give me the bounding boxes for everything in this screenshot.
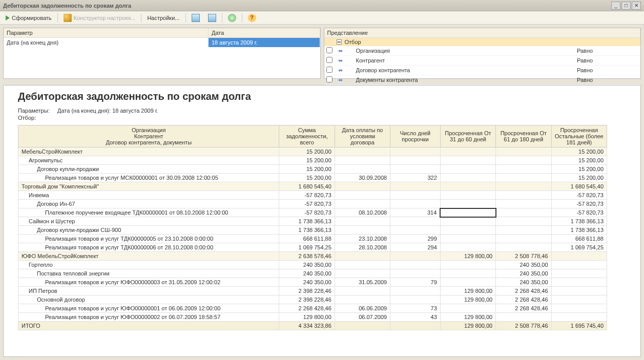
param-date[interactable]: 18 августа 2009 г. [209, 38, 320, 47]
cell-c2 [496, 156, 551, 165]
col-61-180: Просроченная От 61 до 180 дней [496, 125, 551, 147]
col-sum: Сумма задолженности, всего [279, 125, 335, 147]
col-31-60: Просроченная От 31 до 60 дней [440, 125, 495, 147]
table-row[interactable]: Договор купли-продажи СШ-9001 738 366,13… [18, 226, 607, 235]
filter-icon: ⬌ [336, 57, 346, 64]
cell-days [390, 200, 441, 208]
filter-label: Контрагент [346, 57, 577, 63]
col-contract: Договор контрагента, документы [22, 139, 276, 145]
cell-name: Саймон и Шустер [18, 217, 279, 226]
filter-checkbox[interactable] [326, 47, 333, 53]
cell-c3: 668 611,88 [551, 235, 607, 243]
cell-pay: 08.10.2008 [335, 208, 390, 217]
window-title: Дебиторская задолженность по срокам долг… [3, 3, 610, 9]
cell-c2: 240 350,00 [496, 261, 551, 269]
cell-c3 [551, 287, 607, 295]
minimize-button[interactable]: _ [611, 2, 620, 10]
cell-pay [335, 182, 390, 191]
table-row[interactable]: ИП Петров2 398 228,46129 800,002 268 428… [18, 287, 607, 295]
collapse-icon[interactable] [337, 39, 342, 45]
total-label: ИТОГО [18, 322, 279, 330]
filter-checkbox[interactable] [326, 57, 333, 63]
cell-sum: 668 611,88 [279, 235, 335, 243]
filter-row[interactable]: ⬌Договор контрагентаРавно [324, 66, 641, 75]
table-row[interactable]: Поставка тепловой энергии240 350,00240 3… [18, 269, 607, 278]
cell-days: 314 [390, 208, 441, 217]
settings-builder-button[interactable]: Конструктор настроек... [60, 12, 139, 24]
filter-cond: Равно [577, 77, 638, 83]
cell-c2 [496, 243, 551, 252]
table-row[interactable]: Реализация товаров и услуг ЮФО00000003 о… [18, 278, 607, 287]
cell-c1 [440, 304, 495, 313]
table-row[interactable]: Реализация товаров и услуг ТДК00000006 о… [18, 243, 607, 252]
cell-sum: 1 738 366,13 [279, 217, 335, 226]
cell-c3 [551, 269, 607, 278]
filter-row[interactable]: ⬌ОрганизацияРавно [324, 46, 641, 56]
cell-c2 [496, 313, 551, 322]
table-row[interactable]: МебельСтройКомплект15 200,0015 200,00 [18, 147, 607, 156]
maximize-button[interactable]: □ [621, 2, 631, 10]
table-row[interactable]: Платежное поручение входящее ТДК00000001… [18, 208, 607, 217]
filter-top-row[interactable]: Отбор [324, 38, 641, 46]
cell-pay: 06.07.2009 [335, 313, 390, 322]
report-area[interactable]: Дебиторская задолженность по срокам долг… [3, 85, 641, 357]
cell-c1 [440, 174, 495, 182]
table-row[interactable]: Реализация товаров и услуг МСК00000001 о… [18, 174, 607, 182]
cell-days [390, 165, 441, 174]
cell-c3: -57 820,73 [551, 200, 607, 208]
cell-c1 [440, 147, 495, 156]
help-button[interactable]: ? [244, 12, 260, 24]
cell-c3 [551, 252, 607, 261]
cell-pay [335, 295, 390, 304]
cell-c3 [551, 295, 607, 304]
table-row[interactable]: Договор Ин-67-57 820,73-57 820,73 [18, 200, 607, 208]
filter-row[interactable]: ⬌Документы контрагентаРавно [324, 75, 641, 85]
table-row[interactable]: Реализация товаров и услуг ЮФО00000001 о… [18, 304, 607, 313]
cell-sum: 2 268 428,46 [279, 304, 335, 313]
toolbar-icon-1[interactable] [188, 12, 203, 24]
cell-c1 [440, 243, 495, 252]
cell-name: Основной договор [18, 295, 279, 304]
table-row[interactable]: Гортепло240 350,00240 350,00 [18, 261, 607, 269]
table-row[interactable]: Саймон и Шустер1 738 366,131 738 366,13 [18, 217, 607, 226]
generate-button[interactable]: Сформировать [2, 13, 55, 23]
settings-button[interactable]: Настройки... [143, 13, 183, 23]
cell-name: Агроимпульс [18, 156, 279, 165]
filter-row[interactable]: ⬌КонтрагентРавно [324, 56, 641, 66]
doc-icon [208, 14, 216, 22]
filter-checkbox[interactable] [326, 67, 333, 73]
cell-c3: -57 820,73 [551, 191, 607, 200]
table-row[interactable]: Инвема-57 820,73-57 820,73 [18, 191, 607, 200]
cell-c3: 15 200,00 [551, 165, 607, 174]
cell-pay [335, 217, 390, 226]
table-row[interactable]: ЮФО МебельСтройКомплект2 638 578,46129 8… [18, 252, 607, 261]
table-row[interactable]: Реализация товаров и услуг ТДК00000005 о… [18, 235, 607, 243]
total-sum: 4 334 323,86 [279, 322, 335, 330]
cell-days: 43 [390, 313, 441, 322]
params-table: Параметр Дата Дата (на конец дня) 18 авг… [3, 28, 321, 79]
table-row[interactable]: Договор купли-продажи15 200,0015 200,00 [18, 165, 607, 174]
cell-sum: -57 820,73 [279, 200, 335, 208]
table-row[interactable]: Реализация товаров и услуг ЮФО00000002 о… [18, 313, 607, 322]
cell-days [390, 217, 441, 226]
generate-label: Сформировать [12, 15, 52, 21]
cell-name: ИП Петров [18, 287, 279, 295]
title-bar: Дебиторская задолженность по срокам долг… [0, 0, 644, 11]
table-row[interactable]: Основной договор2 398 228,46129 800,002 … [18, 295, 607, 304]
cell-days [390, 156, 441, 165]
cell-days [390, 147, 441, 156]
toolbar-icon-2[interactable] [204, 12, 220, 24]
cell-c1 [440, 200, 495, 208]
cell-c1 [440, 269, 495, 278]
close-button[interactable]: ✕ [632, 2, 641, 10]
table-row[interactable]: Агроимпульс15 200,0015 200,00 [18, 156, 607, 165]
table-row[interactable]: Торговый дом "Комплексный"1 680 545,401 … [18, 182, 607, 191]
cell-c1: 129 800,00 [440, 295, 495, 304]
refresh-button[interactable] [224, 12, 240, 24]
cell-sum: 15 200,00 [279, 165, 335, 174]
cell-name: Договор Ин-67 [18, 200, 279, 208]
cell-pay: 28.10.2008 [335, 243, 390, 252]
filter-checkbox[interactable] [326, 76, 333, 82]
col-counterparty: Контрагент [22, 133, 276, 139]
filter-cond: Равно [577, 48, 638, 54]
